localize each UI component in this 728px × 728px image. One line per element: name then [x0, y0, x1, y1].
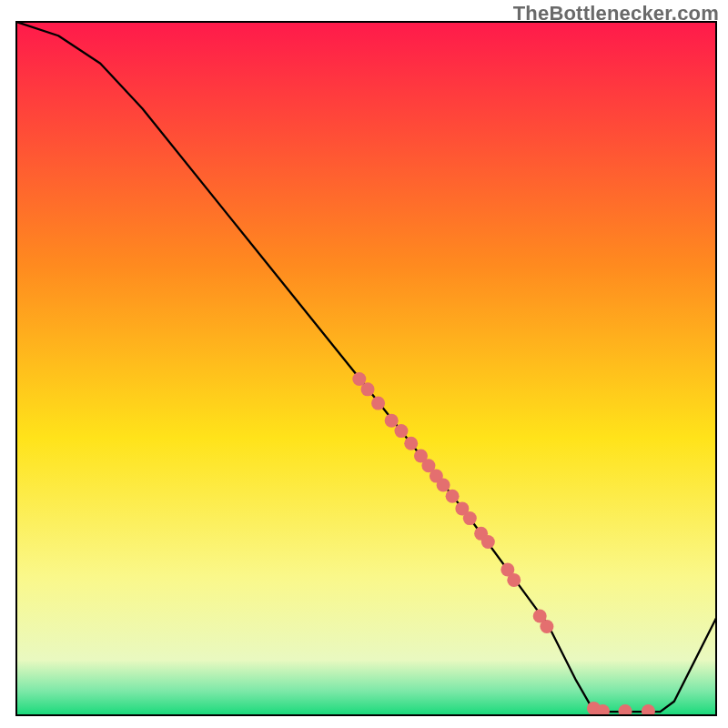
watermark-label: TheBottlenecker.com [513, 2, 719, 25]
gradient-background [16, 22, 716, 715]
bottleneck-chart [0, 0, 728, 728]
data-point [446, 490, 460, 503]
data-point [371, 397, 385, 410]
data-point [540, 620, 553, 633]
data-point [394, 424, 408, 438]
data-point [361, 382, 375, 396]
data-point [481, 535, 495, 549]
data-point [437, 479, 450, 492]
data-point [404, 437, 418, 450]
data-point [385, 414, 399, 428]
data-point [463, 511, 477, 525]
data-point [507, 573, 521, 587]
